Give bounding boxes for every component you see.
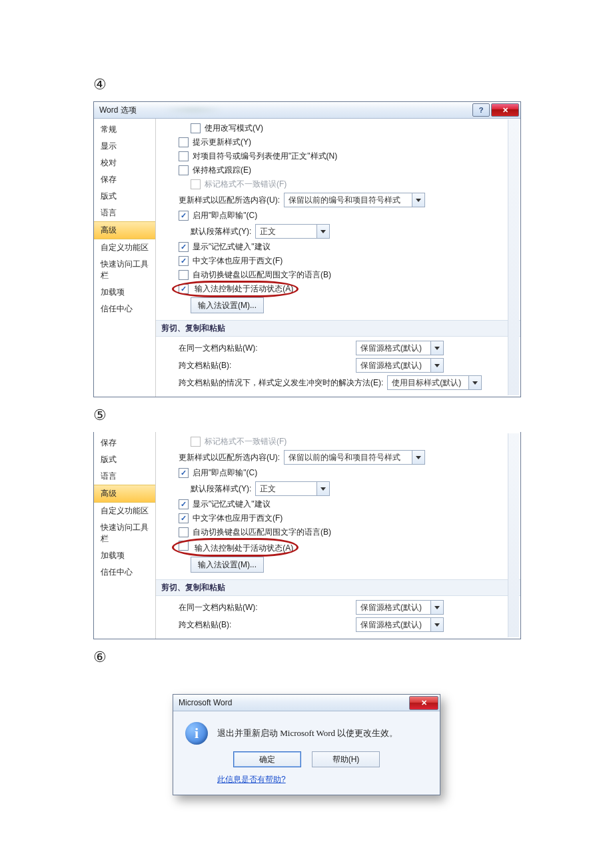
sidebar-item-language[interactable]: 语言	[94, 468, 155, 485]
overwrite-label: 使用改写模式(V)	[205, 123, 263, 134]
paste-same-doc-label: 在同一文档内粘贴(W):	[179, 343, 352, 354]
overwrite-checkbox[interactable]	[191, 123, 201, 133]
paste-conflict-label: 跨文档粘贴的情况下，样式定义发生冲突时的解决方法(E):	[179, 377, 383, 389]
mark-fmt-label: 标记格式不一致错误(F)	[205, 436, 287, 447]
auto-kbd-label: 自动切换键盘以匹配周围文字的语言(B)	[193, 527, 331, 538]
paste-same-doc-value: 保留源格式(默认)	[360, 343, 422, 354]
bullets-label: 对项目符号或编号列表使用"正文"样式(N)	[193, 151, 337, 162]
scrollbar[interactable]	[508, 433, 519, 637]
sidebar-item-layout[interactable]: 版式	[94, 188, 155, 205]
word-options-dialog-4: Word 选项 ? ✕ 常规 显示 校对 保存 版式 语言 高级 自定义功能区 …	[93, 101, 521, 397]
paste-same-doc-select[interactable]: 保留源格式(默认)	[356, 341, 444, 355]
paste-cross-doc-select[interactable]: 保留源格式(默认)	[356, 617, 444, 632]
auto-kbd-checkbox[interactable]	[179, 270, 189, 280]
sidebar-item-trust[interactable]: 信任中心	[94, 564, 155, 581]
default-para-select[interactable]: 正文	[255, 224, 330, 239]
sidebar-item-qat[interactable]: 快速访问工具栏	[94, 519, 155, 547]
paste-cross-doc-label: 跨文档粘贴(B):	[179, 360, 352, 371]
paste-cross-doc-select[interactable]: 保留源格式(默认)	[356, 358, 444, 373]
update-style-select[interactable]: 保留以前的编号和项目符号样式	[284, 193, 425, 207]
word-options-dialog-5: 保存 版式 语言 高级 自定义功能区 快速访问工具栏 加载项 信任中心 标记格式…	[93, 432, 521, 639]
cn-west-label: 中文字体也应用于西文(F)	[193, 255, 283, 267]
sidebar-item-display[interactable]: 显示	[94, 138, 155, 155]
sidebar-item-proofing[interactable]: 校对	[94, 155, 155, 171]
close-button[interactable]: ✕	[491, 103, 519, 117]
default-para-value: 正文	[260, 226, 276, 237]
autocomplete-label: 显示"记忆式键入"建议	[193, 499, 271, 510]
sidebar-item-general[interactable]: 常规	[94, 121, 155, 138]
dialog-title: Word 选项	[97, 105, 137, 116]
feedback-link[interactable]: 此信息是否有帮助?	[185, 774, 428, 785]
sidebar-item-customize-ribbon[interactable]: 自定义功能区	[94, 239, 155, 256]
options-content: 标记格式不一致错误(F) 更新样式以匹配所选内容(U): 保留以前的编号和项目符…	[156, 432, 520, 639]
update-style-select[interactable]: 保留以前的编号和项目符号样式	[284, 450, 425, 465]
bullets-checkbox[interactable]	[179, 151, 189, 161]
chevron-down-icon	[430, 341, 443, 355]
msg-title: Microsoft Word	[176, 698, 232, 707]
step-6-marker: ⑥	[93, 649, 520, 667]
update-style-label: 更新样式以匹配所选内容(U):	[179, 195, 280, 206]
chevron-down-icon	[412, 193, 424, 207]
paste-conflict-select[interactable]: 使用目标样式(默认)	[387, 375, 482, 390]
sidebar-item-trust[interactable]: 信任中心	[94, 301, 155, 317]
autocomplete-checkbox[interactable]	[179, 499, 189, 509]
ok-button[interactable]: 确定	[233, 751, 301, 767]
default-para-label: 默认段落样式(Y):	[191, 226, 251, 237]
scrollbar[interactable]	[508, 119, 519, 395]
update-style-label: 更新样式以匹配所选内容(U):	[179, 452, 280, 463]
click-type-checkbox[interactable]	[179, 211, 189, 221]
step-5-marker: ⑤	[93, 407, 520, 425]
sidebar-item-layout[interactable]: 版式	[94, 451, 155, 468]
sidebar-item-save[interactable]: 保存	[94, 171, 155, 188]
msg-titlebar: Microsoft Word ✕	[173, 695, 440, 711]
chevron-down-icon	[430, 359, 443, 372]
prompt-update-label: 提示更新样式(Y)	[193, 137, 251, 148]
chevron-down-icon	[468, 376, 481, 389]
ime-active-label: 输入法控制处于活动状态(A)	[195, 543, 293, 553]
ime-active-checkbox-unchecked[interactable]	[179, 541, 189, 551]
paste-section-header: 剪切、复制和粘贴	[156, 579, 520, 596]
paste-cross-doc-value: 保留源格式(默认)	[360, 360, 422, 371]
sidebar-item-customize-ribbon[interactable]: 自定义功能区	[94, 503, 155, 519]
help-button[interactable]: ?	[472, 103, 490, 117]
ime-active-label: 输入法控制处于活动状态(A)	[195, 284, 293, 293]
chevron-down-icon	[430, 601, 443, 614]
paste-section-header: 剪切、复制和粘贴	[156, 320, 520, 337]
cn-west-checkbox[interactable]	[179, 513, 189, 523]
sidebar-item-addins[interactable]: 加载项	[94, 547, 155, 564]
msg-close-button[interactable]: ✕	[409, 696, 438, 710]
sidebar-item-advanced[interactable]: 高级	[94, 485, 155, 503]
chevron-down-icon	[412, 451, 424, 464]
options-sidebar: 常规 显示 校对 保存 版式 语言 高级 自定义功能区 快速访问工具栏 加载项 …	[94, 119, 156, 397]
prompt-update-checkbox[interactable]	[179, 137, 189, 147]
sidebar-item-save[interactable]: 保存	[94, 435, 155, 451]
ime-active-checkbox[interactable]	[179, 284, 189, 294]
auto-kbd-label: 自动切换键盘以匹配周围文字的语言(B)	[193, 269, 331, 281]
help-button[interactable]: 帮助(H)	[312, 751, 380, 767]
cn-west-checkbox[interactable]	[179, 256, 189, 266]
ime-settings-button[interactable]: 输入法设置(M)...	[191, 557, 264, 573]
update-style-value: 保留以前的编号和项目符号样式	[289, 452, 400, 463]
cn-west-label: 中文字体也应用于西文(F)	[193, 513, 283, 524]
sidebar-item-qat[interactable]: 快速访问工具栏	[94, 256, 155, 284]
info-icon: i	[185, 722, 208, 745]
autocomplete-label: 显示"记忆式键入"建议	[193, 241, 271, 253]
ime-active-highlight: 输入法控制处于活动状态(A)	[179, 541, 293, 554]
sidebar-item-addins[interactable]: 加载项	[94, 284, 155, 301]
autocomplete-checkbox[interactable]	[179, 242, 189, 252]
auto-kbd-checkbox[interactable]	[179, 527, 189, 537]
sidebar-item-language[interactable]: 语言	[94, 205, 155, 221]
paste-cross-doc-label: 跨文档粘贴(B):	[179, 619, 352, 631]
ime-settings-button[interactable]: 输入法设置(M)...	[191, 297, 264, 313]
default-para-select[interactable]: 正文	[255, 481, 330, 496]
paste-same-doc-value: 保留源格式(默认)	[360, 602, 422, 613]
default-para-label: 默认段落样式(Y):	[191, 483, 251, 495]
step-4-marker: ④	[93, 76, 520, 95]
paste-same-doc-select[interactable]: 保留源格式(默认)	[356, 600, 444, 615]
click-type-label: 启用"即点即输"(C)	[193, 210, 257, 221]
track-fmt-checkbox[interactable]	[179, 165, 189, 175]
chevron-down-icon	[316, 225, 329, 238]
sidebar-item-advanced[interactable]: 高级	[94, 221, 155, 239]
click-type-checkbox[interactable]	[179, 468, 189, 478]
ime-active-highlight: 输入法控制处于活动状态(A)	[179, 283, 293, 295]
